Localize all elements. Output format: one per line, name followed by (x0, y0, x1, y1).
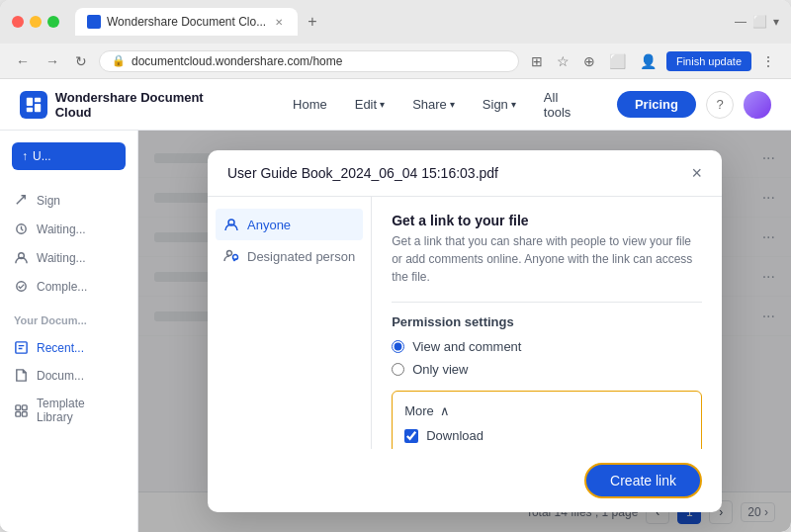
get-link-description: Get a link that you can share with peopl… (392, 232, 702, 286)
modal-body: Anyone Designated person Get a l (208, 197, 722, 448)
checkbox-download-label: Download (426, 428, 483, 443)
app-logo-icon (20, 91, 47, 119)
sidebar-item-documents[interactable]: Docum... (0, 361, 137, 390)
address-bar[interactable]: 🔒 documentcloud.wondershare.com/home (99, 50, 519, 72)
finish-update-button[interactable]: Finish update (666, 51, 751, 71)
svg-rect-10 (16, 411, 21, 416)
share-tab-anyone[interactable]: Anyone (216, 209, 363, 240)
radio-view-comment[interactable]: View and comment (392, 339, 702, 354)
svg-rect-11 (22, 411, 27, 416)
modal-header: User Guide Book_2024_06_04 15:16:03.pdf … (208, 150, 722, 197)
checkbox-download[interactable]: Download (404, 428, 689, 443)
browser-tabs: Wondershare Document Clo... ✕ + (75, 8, 727, 36)
app-logo-text: Wondershare Document Cloud (55, 90, 241, 120)
share-sidebar: Anyone Designated person (208, 197, 372, 448)
toolbar-actions: ⊞ ☆ ⊕ ⬜ 👤 Finish update ⋮ (527, 51, 779, 71)
nav-home[interactable]: Home (281, 91, 339, 118)
app-header: Wondershare Document Cloud Home Edit ▾ S… (0, 79, 791, 131)
nav-edit[interactable]: Edit ▾ (343, 91, 396, 118)
address-text: documentcloud.wondershare.com/home (132, 54, 342, 68)
sidebar-your-documents-label: Your Docum... (0, 305, 137, 330)
more-header[interactable]: More ∧ (404, 403, 689, 418)
app-logo: Wondershare Document Cloud (20, 90, 241, 120)
create-link-button[interactable]: Create link (584, 463, 702, 498)
svg-rect-9 (22, 404, 27, 409)
svg-rect-2 (27, 107, 33, 112)
user-avatar[interactable] (744, 91, 771, 119)
share-tab-designated[interactable]: Designated person (208, 240, 371, 272)
tab-close-icon[interactable]: ✕ (272, 15, 286, 29)
svg-rect-7 (16, 342, 27, 353)
share-modal: User Guide Book_2024_06_04 15:16:03.pdf … (208, 150, 722, 511)
permission-title: Permission settings (392, 314, 702, 329)
profile-icon[interactable]: 👤 (636, 51, 660, 71)
modal-close-button[interactable]: × (691, 164, 702, 182)
radio-only-view-label: Only view (412, 362, 468, 377)
active-tab[interactable]: Wondershare Document Clo... ✕ (75, 8, 298, 36)
window-controls: ⬜ (752, 15, 767, 29)
close-traffic-light[interactable] (12, 16, 24, 28)
share-modal-inner: Anyone Designated person Get a l (208, 197, 722, 448)
tab-add-button[interactable]: + (302, 11, 322, 33)
divider (392, 302, 702, 303)
download-icon[interactable]: ⬜ (605, 51, 630, 71)
back-button[interactable]: ← (12, 51, 34, 71)
upload-button[interactable]: ↑ U... (12, 142, 126, 170)
sidebar-item-waiting1[interactable]: Waiting... (0, 215, 137, 243)
svg-point-13 (227, 251, 232, 256)
window-minimize[interactable]: — (735, 15, 747, 29)
browser-titlebar: Wondershare Document Clo... ✕ + — ⬜ ▾ (0, 0, 791, 44)
radio-group: View and comment Only view (392, 339, 702, 377)
pricing-button[interactable]: Pricing (617, 91, 696, 118)
forward-button[interactable]: → (42, 51, 63, 71)
chevron-down-icon: ▾ (450, 99, 455, 110)
sidebar-section-main: Sign Waiting... Waiting... Comple... (0, 182, 137, 305)
app-content: Wondershare Document Cloud Home Edit ▾ S… (0, 79, 791, 532)
modal-title: User Guide Book_2024_06_04 15:16:03.pdf (227, 165, 498, 181)
chevron-down-icon: ▾ (380, 99, 385, 110)
maximize-traffic-light[interactable] (47, 16, 59, 28)
chevron-up-icon: ∧ (440, 403, 450, 418)
sidebar-item-sign[interactable]: Sign (0, 186, 137, 215)
svg-rect-8 (16, 404, 21, 409)
minimize-traffic-light[interactable] (30, 16, 42, 28)
tab-title: Wondershare Document Clo... (107, 15, 266, 29)
radio-view-comment-input[interactable] (392, 340, 404, 353)
chevron-down-icon: ▾ (511, 99, 516, 110)
modal-footer: Create link (208, 449, 722, 512)
browser-frame: Wondershare Document Clo... ✕ + — ⬜ ▾ ← … (0, 0, 791, 532)
more-label: More (404, 403, 434, 418)
sidebar: ↑ U... Sign Waiting... Waiting... (0, 131, 138, 532)
radio-only-view[interactable]: Only view (392, 362, 702, 377)
bookmark-icon[interactable]: ☆ (553, 51, 573, 71)
main-content: ··· ··· ··· ··· (138, 131, 791, 532)
window-close[interactable]: ▾ (773, 15, 779, 29)
sidebar-item-complete[interactable]: Comple... (0, 272, 137, 301)
nav-sign[interactable]: Sign ▾ (471, 91, 528, 118)
sidebar-item-waiting2[interactable]: Waiting... (0, 243, 137, 272)
refresh-button[interactable]: ↻ (71, 51, 91, 71)
checkbox-group: Download Add Verification Code (404, 428, 689, 448)
header-right: Pricing ? (617, 91, 771, 119)
designated-label: Designated person (247, 249, 355, 264)
new-tab-icon[interactable]: ⊕ (579, 51, 599, 71)
sidebar-item-template-library[interactable]: Template Library (0, 390, 137, 431)
cast-icon[interactable]: ⊞ (527, 51, 547, 71)
browser-toolbar: ← → ↻ 🔒 documentcloud.wondershare.com/ho… (0, 44, 791, 79)
checkbox-download-input[interactable] (404, 429, 418, 443)
help-icon[interactable]: ? (706, 91, 734, 119)
svg-rect-0 (27, 97, 33, 105)
tab-favicon (87, 15, 101, 29)
sidebar-section-docs: Recent... Docum... Template Library (0, 330, 137, 435)
radio-only-view-input[interactable] (392, 363, 404, 376)
more-options-icon[interactable]: ⋮ (757, 51, 779, 71)
app-nav: Home Edit ▾ Share ▾ Sign ▾ All tools (281, 84, 597, 126)
nav-all-tools[interactable]: All tools (532, 84, 597, 126)
nav-share[interactable]: Share ▾ (400, 91, 467, 118)
more-section: More ∧ Download (392, 391, 702, 448)
get-link-title: Get a link to your file (392, 213, 702, 228)
svg-rect-3 (35, 104, 41, 112)
modal-overlay: User Guide Book_2024_06_04 15:16:03.pdf … (138, 131, 791, 532)
sidebar-item-recent[interactable]: Recent... (0, 334, 137, 361)
share-content: Get a link to your file Get a link that … (372, 197, 722, 448)
